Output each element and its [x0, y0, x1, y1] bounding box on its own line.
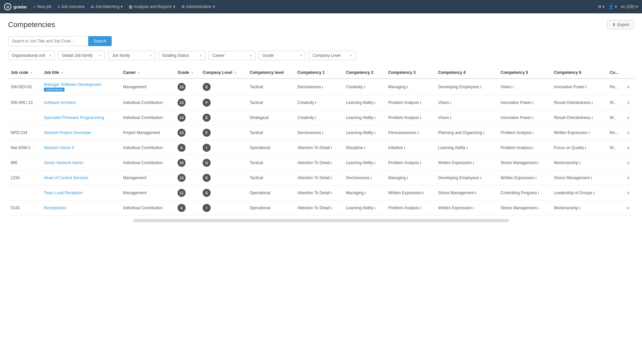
- job-title-link[interactable]: Network Project Developer: [44, 130, 118, 135]
- filter-career[interactable]: Career ▾: [209, 51, 255, 60]
- user-icon-btn[interactable]: 👤 ▾: [609, 4, 617, 9]
- row-menu-icon[interactable]: ≡: [627, 175, 630, 180]
- info-icon[interactable]: ℹ: [532, 116, 534, 120]
- info-icon[interactable]: ℹ: [450, 101, 451, 105]
- row-menu-icon[interactable]: ≡: [627, 145, 630, 150]
- info-icon[interactable]: ℹ: [483, 131, 485, 135]
- info-icon[interactable]: ℹ: [418, 131, 419, 135]
- info-icon[interactable]: ℹ: [331, 161, 332, 165]
- filter-organisational-unit[interactable]: Organisational unit ▾: [8, 51, 55, 60]
- nav-administration[interactable]: ⚙ Administration ▾: [181, 4, 215, 9]
- info-icon[interactable]: ℹ: [475, 191, 476, 195]
- nav-new-job[interactable]: + New job: [33, 4, 51, 9]
- cell-company-level: G: [200, 155, 247, 170]
- info-icon[interactable]: ℹ: [315, 116, 316, 120]
- job-title-link[interactable]: Team Lead Reception: [44, 191, 118, 195]
- info-icon[interactable]: ℹ: [594, 191, 595, 195]
- job-title-link[interactable]: Head of Central Services: [44, 175, 118, 180]
- search-input[interactable]: [8, 36, 88, 46]
- info-icon[interactable]: ℹ: [532, 131, 534, 135]
- info-icon[interactable]: ℹ: [579, 161, 581, 165]
- info-icon[interactable]: ℹ: [420, 101, 421, 105]
- info-icon[interactable]: ℹ: [407, 176, 408, 180]
- info-icon[interactable]: ℹ: [423, 191, 424, 195]
- job-title-link[interactable]: Software Architect: [44, 100, 118, 105]
- info-icon[interactable]: ℹ: [592, 116, 593, 120]
- info-icon[interactable]: ℹ: [537, 161, 539, 165]
- search-button[interactable]: Search: [88, 36, 112, 46]
- filter-grading-status[interactable]: Grading Status ▾: [158, 51, 205, 60]
- info-icon[interactable]: ℹ: [322, 85, 323, 89]
- col-company-level[interactable]: Company Level ▾: [200, 67, 247, 79]
- row-menu-icon[interactable]: ≡: [627, 84, 630, 90]
- info-icon[interactable]: ℹ: [322, 131, 323, 135]
- info-icon[interactable]: ℹ: [420, 116, 421, 120]
- info-icon[interactable]: ℹ: [535, 176, 537, 180]
- info-icon[interactable]: ℹ: [374, 101, 376, 105]
- grid-icon-btn[interactable]: ⊞ ▾: [598, 4, 605, 9]
- info-icon[interactable]: ℹ: [450, 116, 451, 120]
- info-icon[interactable]: ℹ: [331, 176, 332, 180]
- info-icon[interactable]: ℹ: [331, 206, 332, 210]
- info-icon[interactable]: ℹ: [420, 161, 421, 165]
- info-icon[interactable]: ℹ: [466, 146, 468, 150]
- info-icon[interactable]: ℹ: [315, 101, 316, 105]
- info-icon[interactable]: ℹ: [374, 116, 376, 120]
- info-icon[interactable]: ℹ: [374, 206, 376, 210]
- info-icon[interactable]: ℹ: [579, 206, 581, 210]
- filter-grade[interactable]: Grade ▾: [259, 51, 306, 60]
- row-menu-icon[interactable]: ≡: [627, 100, 630, 105]
- info-icon[interactable]: ℹ: [364, 85, 365, 89]
- info-icon[interactable]: ℹ: [374, 131, 376, 135]
- col-grade[interactable]: Grade ▾: [175, 67, 200, 79]
- info-icon[interactable]: ℹ: [364, 191, 366, 195]
- logo[interactable]: ◎ gradar: [4, 3, 27, 10]
- info-icon[interactable]: ℹ: [532, 101, 534, 105]
- horizontal-scrollbar[interactable]: [133, 219, 509, 222]
- info-icon[interactable]: ℹ: [370, 176, 372, 180]
- filter-global-job-family[interactable]: Global Job family ▾: [58, 51, 105, 60]
- info-icon[interactable]: ℹ: [592, 101, 593, 105]
- info-icon[interactable]: ℹ: [513, 85, 514, 89]
- row-menu-icon[interactable]: ≡: [627, 190, 630, 196]
- info-icon[interactable]: ℹ: [420, 206, 421, 210]
- nav-analysis-reports[interactable]: ▦ Analysis and Reports ▾: [129, 4, 175, 9]
- row-menu-icon[interactable]: ≡: [627, 130, 630, 135]
- language-selector[interactable]: en (GB) ▾: [621, 4, 638, 9]
- info-icon[interactable]: ℹ: [480, 85, 481, 89]
- job-title-link[interactable]: Network Admin II: [44, 145, 118, 150]
- job-title-link[interactable]: Specialist Firmware Programming: [44, 115, 118, 120]
- info-icon[interactable]: ℹ: [538, 191, 539, 195]
- row-menu-icon[interactable]: ≡: [627, 205, 630, 211]
- info-icon[interactable]: ℹ: [331, 191, 332, 195]
- nav-job-overview[interactable]: ≡ Job overview: [58, 4, 85, 9]
- info-icon[interactable]: ℹ: [585, 146, 586, 150]
- filter-company-level[interactable]: Company Level ▾: [309, 51, 356, 60]
- job-title-link[interactable]: Senior Network Admin: [44, 160, 118, 165]
- info-icon[interactable]: ℹ: [588, 131, 590, 135]
- cell-c6: Stress Management ℹ: [551, 170, 607, 186]
- col-job-code[interactable]: Job code ▾: [8, 67, 41, 79]
- row-menu-icon[interactable]: ≡: [627, 115, 630, 120]
- filter-job-family[interactable]: Job family ▾: [108, 51, 155, 60]
- info-icon[interactable]: ℹ: [364, 146, 365, 150]
- attachments-badge[interactable]: Attachments: [44, 88, 65, 92]
- info-icon[interactable]: ℹ: [537, 206, 539, 210]
- row-menu-icon[interactable]: ≡: [627, 160, 630, 165]
- info-icon[interactable]: ℹ: [591, 176, 592, 180]
- info-icon[interactable]: ℹ: [585, 85, 587, 89]
- job-title-link[interactable]: Receptionist: [44, 206, 118, 210]
- job-title-link[interactable]: Manager Software Development: [44, 82, 118, 87]
- info-icon[interactable]: ℹ: [331, 146, 332, 150]
- info-icon[interactable]: ℹ: [374, 161, 376, 165]
- info-icon[interactable]: ℹ: [407, 85, 408, 89]
- info-icon[interactable]: ℹ: [480, 176, 481, 180]
- info-icon[interactable]: ℹ: [404, 146, 405, 150]
- col-career[interactable]: Career ▾: [120, 67, 175, 79]
- info-icon[interactable]: ℹ: [532, 146, 534, 150]
- col-job-title[interactable]: Job title ▾: [41, 67, 120, 79]
- info-icon[interactable]: ℹ: [473, 206, 474, 210]
- nav-job-matching[interactable]: ⇄ Job-Matching ▾: [91, 4, 123, 9]
- info-icon[interactable]: ℹ: [473, 161, 474, 165]
- export-button[interactable]: ⬇ Export: [607, 20, 634, 29]
